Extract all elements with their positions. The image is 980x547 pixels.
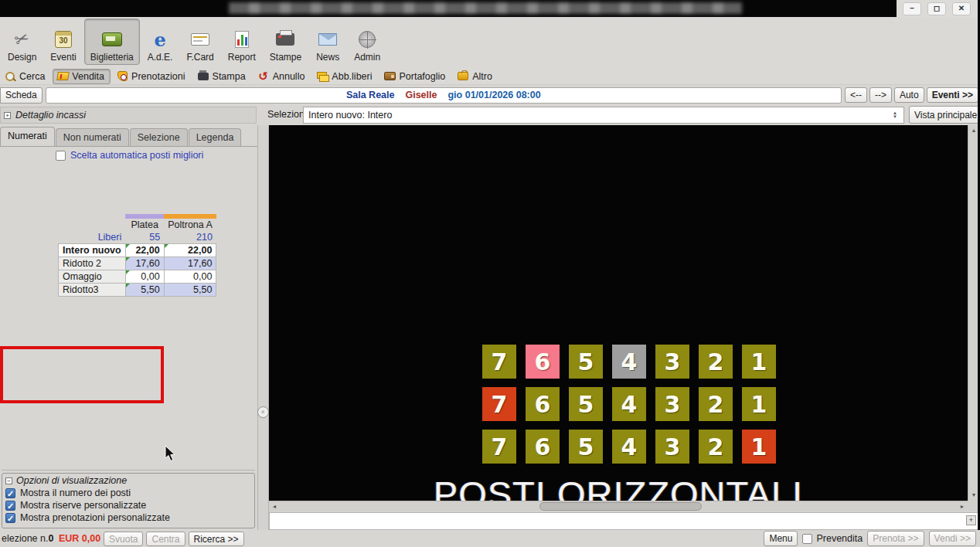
table-row[interactable]: Ridotto3 5,50 5,50 (59, 284, 216, 297)
close-button[interactable]: ✕ (952, 2, 971, 15)
toolbar-item-news[interactable]: News (309, 19, 346, 65)
price-cell[interactable]: 17,60 (164, 257, 216, 270)
toolbar-item-design[interactable]: ✂ Design (2, 19, 43, 65)
table-row[interactable]: Intero nuovo 22,00 22,00 (59, 244, 216, 257)
seat[interactable]: 3 (655, 430, 689, 464)
seat[interactable]: 6 (526, 387, 560, 421)
collapse-icon[interactable]: − (5, 477, 12, 484)
seat[interactable]: 1 (742, 430, 776, 464)
price-cell[interactable]: 5,50 (164, 284, 216, 297)
centra-button[interactable]: Centra (146, 532, 185, 546)
dettaglio-incassi-header[interactable]: + Dettaglio incassi (0, 107, 257, 124)
tab-non-numerati[interactable]: Non numerati (56, 128, 129, 146)
seat[interactable]: 6 (526, 345, 560, 379)
sub-toolbar: Cerca Vendita Prenotazioni Stampa ↺ Annu… (0, 68, 980, 85)
seat[interactable]: 7 (482, 430, 516, 464)
price-cell[interactable]: 22,00 (164, 244, 216, 257)
scroll-left-icon[interactable]: ◄ (269, 501, 280, 511)
subtool-altro[interactable]: Altro (453, 69, 499, 84)
seat[interactable]: 7 (482, 387, 516, 421)
maximize-button[interactable]: ◻ (927, 2, 946, 15)
menu-button[interactable]: Menu (764, 531, 798, 546)
toolbar-item-report[interactable]: Report (222, 19, 262, 65)
toolbar-item-biglietteria[interactable]: Biglietteria (84, 19, 140, 65)
subtool-stampa[interactable]: Stampa (193, 69, 252, 84)
price-cell[interactable]: 22,00 (125, 244, 164, 257)
seat[interactable]: 1 (742, 387, 776, 421)
tab-selezione[interactable]: Selezione (130, 128, 188, 146)
table-row[interactable]: Omaggio 0,00 0,00 (59, 270, 216, 284)
seat[interactable]: 5 (569, 430, 603, 464)
seat[interactable]: 2 (699, 345, 733, 379)
eventi-button[interactable]: Eventi >> (927, 87, 978, 103)
seat[interactable]: 5 (569, 345, 603, 379)
scheda-button[interactable]: Scheda (0, 87, 43, 104)
scroll-right-icon[interactable]: ► (957, 501, 968, 511)
checkbox-checked-icon[interactable]: ✓ (5, 513, 15, 523)
tab-legenda[interactable]: Legenda (189, 128, 242, 146)
price-cell[interactable]: 0,00 (125, 270, 164, 284)
scrollbar-thumb[interactable] (539, 502, 702, 511)
seat[interactable]: 3 (655, 387, 689, 421)
rate-dropdown[interactable]: Intero nuovo: Intero ▲▼ (303, 107, 904, 124)
subtool-annullo[interactable]: ↺ Annullo (254, 69, 311, 84)
vertical-scrollbar[interactable]: ▲ ▼ (968, 125, 978, 501)
subtool-vendita[interactable]: Vendita (53, 69, 111, 84)
prevendita-checkbox[interactable] (802, 534, 812, 544)
toolbar-item-fcard[interactable]: F.Card (180, 19, 219, 65)
vendi-button[interactable]: Vendi >> (929, 531, 976, 546)
prenota-button[interactable]: Prenota >> (867, 531, 924, 546)
svuota-button[interactable]: Svuota (104, 532, 143, 546)
note-field[interactable]: + (269, 512, 980, 530)
option-show-seat-numbers[interactable]: ✓ Mostra il numero dei posti (5, 488, 251, 498)
price-cell[interactable]: 5,50 (125, 284, 164, 297)
toolbar-item-admin[interactable]: Admin (348, 19, 386, 65)
ricerca-button[interactable]: Ricerca >> (189, 532, 244, 546)
checkbox-checked-icon[interactable]: ✓ (5, 501, 15, 511)
auto-button[interactable]: Auto (894, 87, 924, 103)
horizontal-scrollbar[interactable]: ◄ ► (269, 501, 968, 511)
toolbar-item-stampe[interactable]: Stampe (264, 19, 308, 65)
seat[interactable]: 6 (526, 430, 560, 464)
minimize-button[interactable]: – (903, 2, 921, 15)
seat[interactable]: 7 (482, 345, 516, 379)
seat[interactable]: 3 (655, 345, 689, 379)
next-event-button[interactable]: --> (869, 87, 892, 103)
subtool-prenotazioni[interactable]: Prenotazioni (112, 69, 192, 84)
option-show-custom-bookings[interactable]: ✓ Mostra prenotazioni personalizzate (5, 512, 251, 523)
option-show-custom-reserves[interactable]: ✓ Mostra riserve personalizzate (5, 500, 251, 511)
seat[interactable]: 1 (742, 345, 776, 379)
prevendita-row[interactable]: Prevendita (802, 533, 863, 544)
toolbar-item-ade[interactable]: e A.d.E. (141, 19, 179, 65)
expand-note-icon[interactable]: + (966, 515, 976, 525)
seat[interactable]: 5 (569, 387, 603, 421)
auto-choice-checkbox[interactable] (56, 151, 66, 161)
price-cell[interactable]: 17,60 (125, 257, 164, 270)
splitter-grip-icon[interactable] (257, 406, 269, 418)
rate-label: Ridotto 2 (59, 257, 126, 270)
tab-numerati[interactable]: Numerati (0, 127, 55, 146)
auto-choice-row[interactable]: Scelta automatica posti migliori (56, 150, 203, 161)
selection-amount: EUR 0,00 (59, 533, 100, 544)
toolbar-item-eventi[interactable]: 30 Eventi (44, 19, 82, 65)
venue-name: Sala Reale (346, 90, 395, 100)
price-cell[interactable]: 0,00 (164, 270, 216, 284)
seat[interactable]: 2 (699, 430, 733, 464)
checkbox-checked-icon[interactable]: ✓ (5, 488, 15, 498)
subtool-cerca[interactable]: Cerca (0, 69, 51, 84)
seat-map-canvas[interactable]: 765432176543217654321 POSTI ORIZZONTALI (269, 125, 968, 502)
subtool-abbliberi[interactable]: Abb.liberi (312, 69, 378, 84)
spinner-icon[interactable]: ▲▼ (890, 109, 900, 121)
table-row[interactable]: Ridotto 2 17,60 17,60 (59, 257, 216, 270)
subtool-portafoglio[interactable]: Portafoglio (379, 69, 451, 84)
expand-icon[interactable]: + (4, 112, 11, 119)
seat[interactable]: 4 (612, 345, 646, 379)
display-options-header[interactable]: − Opzioni di visualizzazione (5, 475, 251, 486)
prev-event-button[interactable]: <-- (845, 87, 867, 103)
seat[interactable]: 4 (612, 430, 646, 464)
seat[interactable]: 2 (699, 387, 733, 421)
panel-splitter[interactable] (257, 125, 269, 530)
section-separator (2, 470, 255, 471)
vista-principale-button[interactable]: Vista principale (909, 106, 980, 124)
seat[interactable]: 4 (612, 387, 646, 421)
